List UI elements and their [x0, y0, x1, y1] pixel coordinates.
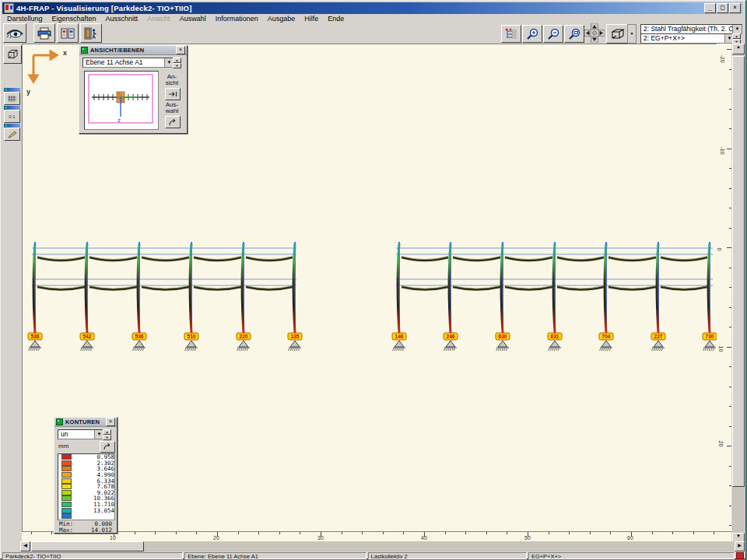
- ruler-label: 60: [627, 535, 633, 541]
- node-tag: 220: [237, 333, 251, 340]
- ruler-tick: [729, 327, 731, 327]
- legend-swatch: [61, 460, 72, 466]
- node-tag: 510: [184, 333, 198, 340]
- max-value: 14.012: [91, 527, 112, 534]
- max-label: Max:: [59, 527, 73, 534]
- support-symbol: [393, 341, 406, 351]
- vertical-scrollbar-thumb[interactable]: [732, 56, 745, 487]
- ruler-tick: [486, 532, 487, 534]
- legend-swatch: [61, 513, 72, 519]
- ruler-tick: [342, 532, 342, 534]
- horizontal-ruler: 102030405060: [22, 531, 731, 541]
- node-tag: 227: [651, 333, 665, 340]
- ruler-label: 40: [421, 535, 427, 541]
- ruler-tick: [569, 532, 570, 534]
- ruler-tick: [727, 247, 731, 248]
- status-field: Lastkollektiv 2: [368, 552, 527, 559]
- konturen-panel-close-button[interactable]: ×: [106, 418, 115, 426]
- node-tag: 631: [548, 333, 562, 340]
- svg-text:730: 730: [706, 334, 714, 339]
- node-tag: 246: [444, 333, 458, 340]
- svg-text:704: 704: [602, 334, 611, 339]
- unit-settings-button[interactable]: [100, 441, 115, 453]
- ruler-label: 20: [213, 535, 219, 541]
- ruler-tick: [729, 128, 731, 129]
- ruler-label: 10: [110, 535, 116, 541]
- ruler-tick: [729, 89, 731, 89]
- legend-swatch: [61, 472, 72, 478]
- curved-arrow-icon: [103, 443, 112, 450]
- konturen-panel-title-bar[interactable]: KONTUREN ×: [54, 418, 117, 427]
- ansicht-ebenen-panel: ANSICHT/EBENEN × Ebene 11 Achse A1 ▼ ▲▼: [79, 45, 188, 134]
- curved-arrow-icon: [168, 119, 177, 126]
- auswahl-button[interactable]: [165, 116, 181, 128]
- scroll-left-button[interactable]: ◀: [20, 541, 30, 551]
- ruler-tick: [445, 532, 446, 534]
- ruler-tick: [729, 485, 731, 486]
- ansicht-panel-close-button[interactable]: ×: [176, 46, 185, 54]
- ruler-tick: [362, 532, 363, 534]
- ruler-tick: [693, 532, 694, 534]
- svg-text:538: 538: [31, 334, 40, 339]
- support-symbol: [185, 341, 198, 351]
- support-symbol: [237, 341, 251, 351]
- ruler-tick: [31, 532, 32, 534]
- support-symbol: [133, 341, 146, 351]
- support-symbol: [496, 341, 510, 351]
- ruler-tick: [507, 532, 507, 534]
- ruler-tick: [403, 532, 404, 534]
- legend-max-row: Max: 14.012: [59, 527, 112, 534]
- ruler-tick: [729, 287, 731, 288]
- svg-text:246: 246: [447, 334, 455, 339]
- svg-text:220: 220: [240, 334, 248, 339]
- contour-legend: 0.9582.3023.6464.9906.3347.6789.02210.36…: [58, 453, 115, 520]
- legend-swatch: [61, 495, 72, 501]
- ebene-combobox[interactable]: Ebene 11 Achse A1 ▼: [82, 58, 174, 68]
- ruler-tick: [610, 532, 611, 534]
- ruler-tick: [729, 406, 731, 407]
- konturen-panel-title: KONTUREN: [65, 418, 100, 425]
- legend-swatch: [61, 484, 72, 489]
- legend-swatch: [61, 478, 72, 484]
- kontur-combobox[interactable]: un ▼: [58, 429, 104, 439]
- auswahl-label: Aus- wahl: [160, 102, 184, 114]
- scroll-up-button[interactable]: ▲: [732, 44, 745, 54]
- ruler-tick: [51, 532, 52, 534]
- vertical-ruler: -20-1001020: [717, 44, 731, 531]
- ansicht-apply-button[interactable]: [165, 88, 181, 100]
- ruler-tick: [300, 532, 300, 534]
- konturen-panel: KONTUREN × un ▼ ▲▼ mm 0.9582.3023.6464.9…: [54, 417, 117, 534]
- ruler-tick: [549, 532, 549, 534]
- horizontal-scrollbar-thumb[interactable]: [31, 541, 144, 551]
- ruler-tick: [238, 532, 239, 534]
- ruler-tick: [729, 466, 731, 467]
- support-symbol: [703, 341, 717, 351]
- ruler-tick: [176, 532, 177, 534]
- plane-preview[interactable]: z: [84, 71, 159, 130]
- panel-icon: [81, 47, 88, 54]
- z-axis-label: z: [117, 117, 121, 124]
- ruler-tick: [727, 347, 731, 348]
- status-app-icon: [736, 552, 744, 559]
- ruler-tick: [729, 188, 731, 189]
- ruler-label: 10: [718, 346, 724, 352]
- ruler-tick: [729, 426, 731, 427]
- svg-text:631: 631: [551, 334, 559, 339]
- scroll-right-button[interactable]: ▶: [735, 541, 745, 551]
- ebene-spinner[interactable]: ▲▼: [173, 58, 181, 67]
- ruler-tick: [729, 208, 731, 208]
- support-symbol: [444, 341, 458, 351]
- kontur-spinner[interactable]: ▲▼: [103, 429, 111, 439]
- ruler-tick: [729, 109, 731, 110]
- node-tag: 135: [288, 333, 302, 340]
- status-field: EG+P+X+>: [528, 552, 735, 559]
- ansicht-panel-title-bar[interactable]: ANSICHT/EBENEN ×: [79, 46, 187, 55]
- status-field: Parkdeck2- TIO+TIIO: [2, 552, 183, 559]
- legend-row: [58, 513, 114, 520]
- ruler-tick: [729, 525, 731, 526]
- node-tag: 630: [496, 333, 510, 340]
- ebene-combobox-value: Ebene 11 Achse A1: [86, 58, 143, 66]
- svg-text:536: 536: [135, 334, 144, 339]
- support-symbol: [600, 341, 613, 351]
- status-bar: Parkdeck2- TIO+TIIOEbene: Ebene 11 Achse…: [2, 552, 744, 560]
